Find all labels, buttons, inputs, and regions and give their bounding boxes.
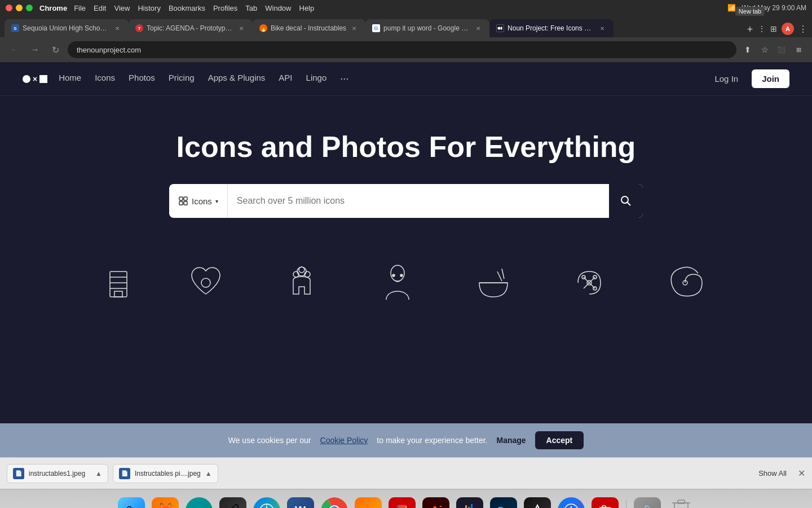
tab-bike[interactable]: 🔥 Bike decal - Instructables ✕ [253, 19, 365, 37]
search-submit-button[interactable] [609, 184, 643, 218]
cookie-text-after: to make your experience better. [377, 436, 487, 445]
website-content: × Home Icons Photos Pricing Apps & Plugi… [0, 62, 812, 423]
tab-google[interactable]: G pump it up word - Google Sear... ✕ [365, 19, 489, 37]
chrome-menu-icon[interactable]: ⋮ [798, 24, 807, 34]
sample-icon-hooded-figure[interactable] [378, 263, 417, 305]
dock-silverlock[interactable]: 🔒 [632, 496, 663, 509]
svg-rect-5 [184, 202, 187, 205]
tab-close-sequoia[interactable]: ✕ [113, 24, 122, 33]
dock-word[interactable]: W [285, 496, 316, 509]
download-item-2[interactable]: 📄 Instructables pi....jpeg ▲ [113, 464, 218, 483]
join-button[interactable]: Join [752, 69, 789, 88]
menu-profiles[interactable]: Profiles [213, 4, 237, 12]
dock-soundsource[interactable] [454, 496, 485, 509]
dock-vectornator2[interactable] [522, 496, 553, 509]
hero-title: Icons and Photos For Everything [176, 130, 636, 164]
dock-acrobat[interactable]: 📕 [387, 496, 417, 509]
download-item-1[interactable]: 📄 instructables1.jpeg ▲ [7, 464, 108, 483]
close-downloads-button[interactable]: ✕ [798, 468, 805, 479]
search-type-selector[interactable]: Icons ▾ [169, 184, 228, 218]
tab-close-bike[interactable]: ✕ [350, 24, 359, 33]
forward-button[interactable]: → [27, 42, 43, 58]
sample-icon-building[interactable] [107, 266, 130, 302]
svg-line-22 [497, 271, 502, 281]
tab-favicon-bike: 🔥 [259, 24, 267, 32]
address-input[interactable] [68, 41, 736, 58]
dock-safari[interactable] [251, 496, 282, 509]
dock-finder[interactable]: 🗂 [116, 496, 147, 509]
tab-topic[interactable]: T Topic: AGENDA - Prototype Pr... ✕ [129, 19, 253, 37]
menu-tab[interactable]: Tab [245, 4, 257, 12]
svg-point-20 [400, 274, 403, 277]
svg-rect-2 [179, 197, 183, 200]
nav-link-apps[interactable]: Apps & Plugins [208, 73, 266, 85]
back-button[interactable]: ← [7, 42, 23, 58]
close-window-button[interactable] [6, 5, 12, 11]
download-arrow-2[interactable]: ▲ [205, 470, 212, 478]
tab-strip-icon: ⋮ [758, 24, 766, 33]
tab-close-noun[interactable]: ✕ [598, 24, 607, 33]
tab-sequoia[interactable]: S Sequoia Union High School Di... ✕ [5, 19, 129, 37]
menu-history[interactable]: History [138, 4, 160, 12]
dock-arduino[interactable]: ∞ [184, 496, 214, 509]
tab-label-sequoia: Sequoia Union High School Di... [23, 24, 109, 32]
nav-more-button[interactable]: ··· [340, 73, 348, 85]
search-input[interactable] [228, 184, 609, 218]
dock-illustrator[interactable]: Ai [421, 496, 451, 509]
hero-section: Icons and Photos For Everything Icons ▾ [0, 96, 812, 240]
svg-text:∞: ∞ [196, 506, 202, 509]
dock-photoshop[interactable]: Ps [488, 496, 519, 509]
sample-icon-person-flower[interactable] [282, 263, 321, 305]
minimize-window-button[interactable] [16, 5, 23, 11]
sample-icon-bowl[interactable] [474, 263, 513, 305]
bookmark-icon[interactable]: ☆ [758, 43, 771, 56]
sample-icon-brain-circuit[interactable] [570, 263, 609, 305]
pip-icon[interactable]: ⬛ [775, 43, 788, 56]
dock-trash[interactable] [666, 496, 696, 509]
menu-file[interactable]: File [74, 4, 86, 12]
profile-avatar[interactable]: A [782, 23, 794, 35]
sample-icon-nautilus[interactable] [665, 263, 705, 305]
show-all-downloads-button[interactable]: Show All [752, 466, 793, 481]
menu-edit[interactable]: Edit [94, 4, 106, 12]
new-tab-button[interactable]: + New tab [742, 21, 758, 37]
nav-link-lingo[interactable]: Lingo [306, 73, 327, 85]
fullscreen-window-button[interactable] [26, 5, 33, 11]
dock-inkscape[interactable]: 🖊 [218, 496, 248, 509]
tab-close-google[interactable]: ✕ [474, 24, 483, 33]
svg-line-28 [589, 283, 595, 288]
reload-button[interactable]: ↻ [47, 42, 63, 58]
download-arrow-1[interactable]: ▲ [95, 470, 102, 478]
menu-bookmarks[interactable]: Bookmarks [169, 4, 205, 12]
grid-view-icon[interactable]: ⊞ [792, 43, 805, 56]
dock-firefox[interactable]: 🦊 [150, 496, 180, 509]
nav-link-pricing[interactable]: Pricing [169, 73, 195, 85]
share-icon[interactable]: ⬆ [741, 43, 754, 56]
tab-favicon-sequoia: S [11, 24, 19, 32]
svg-rect-52 [602, 506, 606, 508]
nav-link-api[interactable]: API [279, 73, 292, 85]
tab-close-topic[interactable]: ✕ [237, 24, 246, 33]
sample-icon-heart[interactable] [186, 263, 226, 305]
icons-type-icon [178, 196, 188, 206]
menu-window[interactable]: Window [265, 4, 291, 12]
menu-help[interactable]: Help [299, 4, 315, 12]
dock-photobooth[interactable] [590, 496, 620, 509]
dock-vectornator[interactable]: V [353, 496, 383, 509]
cookie-policy-link[interactable]: Cookie Policy [320, 436, 368, 445]
tab-favicon-topic: T [135, 24, 143, 32]
nav-link-home[interactable]: Home [59, 73, 81, 85]
login-button[interactable]: Log In [708, 69, 745, 88]
search-bar: Icons ▾ [169, 184, 643, 218]
nav-link-photos[interactable]: Photos [129, 73, 155, 85]
svg-line-23 [502, 269, 504, 279]
dock-separator [626, 500, 626, 509]
nav-link-icons[interactable]: Icons [95, 73, 115, 85]
accept-cookies-button[interactable]: Accept [535, 431, 584, 449]
dock-chrome[interactable] [319, 496, 350, 509]
tab-noun[interactable]: Noun Project: Free Icons & Sto... ✕ [489, 19, 614, 37]
menu-bar: File Edit View History Bookmarks Profile… [74, 4, 314, 12]
manage-cookies-link[interactable]: Manage [496, 436, 526, 445]
menu-view[interactable]: View [114, 4, 130, 12]
dock-quicktime[interactable] [556, 496, 586, 509]
